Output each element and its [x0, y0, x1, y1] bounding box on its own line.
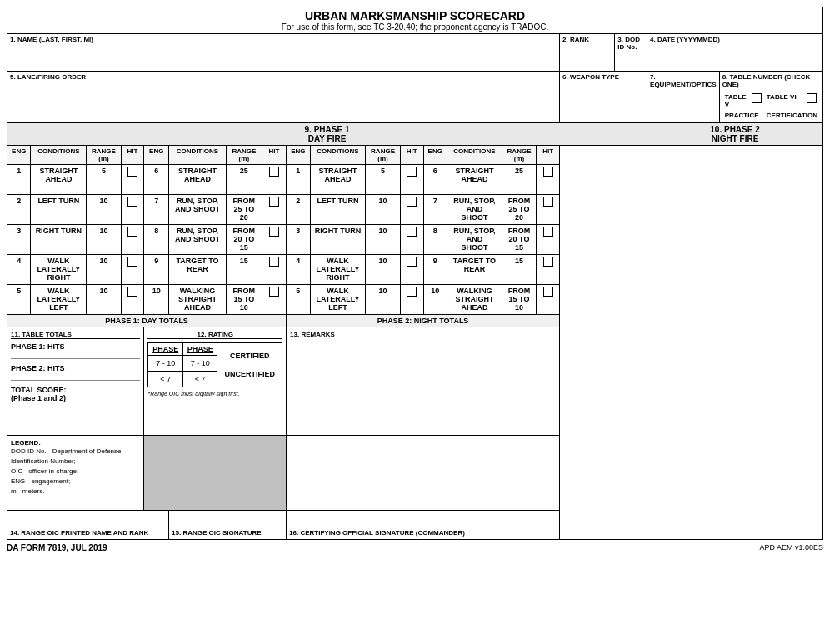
p1r-eng-4: 9: [144, 255, 169, 285]
p1r-range-header: RANGE(m): [226, 146, 262, 165]
rank-field: 2. RANK: [560, 34, 615, 72]
p2l-hit-checkbox-4[interactable]: [407, 257, 417, 267]
p2l-eng-5: 5: [287, 285, 310, 315]
phase1-header: 9. PHASE 1 DAY FIRE: [8, 123, 648, 146]
p2l-range-4: 10: [366, 255, 400, 285]
rating-range1: 7 - 10: [148, 356, 182, 372]
uncertified-label: UNCERTIFIED: [220, 370, 279, 378]
p2l-eng-2: 2: [287, 195, 310, 225]
p1r-hit-checkbox-5[interactable]: [269, 287, 279, 297]
p1l-hit-checkbox-4[interactable]: [128, 257, 138, 267]
p1r-hit-checkbox-3[interactable]: [269, 227, 279, 237]
name-field: 1. NAME (LAST, FIRST, MI): [8, 34, 560, 72]
p1l-hit-checkbox-1[interactable]: [128, 167, 138, 177]
p2r-cond-2: RUN, STOP, ANDSHOOT: [447, 195, 502, 225]
p2r-eng-4: 9: [423, 255, 447, 285]
p2l-range-5: 10: [366, 285, 400, 315]
form-footer: DA FORM 7819, JUL 2019 APD AEM v1.00ES: [7, 543, 823, 552]
rating-low1: < 7: [148, 372, 182, 387]
weapon-field: 6. WEAPON TYPE: [560, 72, 648, 123]
p2r-eng-1: 6: [423, 165, 447, 195]
p1r-cond-2: RUN, STOP,AND SHOOT: [169, 195, 227, 225]
p2r-hit-header: HIT: [537, 146, 560, 165]
p1l-eng-2: 2: [8, 195, 31, 225]
scorecard-table: URBAN MARKSMANSHIP SCORECARD For use of …: [7, 7, 823, 540]
p2r-hit-checkbox-1[interactable]: [543, 167, 553, 177]
rating-table: PHASE PHASE CERTIFIED UNCERTIFIED 7 - 10…: [148, 342, 282, 387]
phase1-totals: PHASE 1: DAY TOTALS: [8, 315, 287, 327]
p1l-cond-1: STRAIGHTAHEAD: [31, 165, 87, 195]
p2r-eng-5: 10: [423, 285, 447, 315]
p1l-hit-checkbox-2[interactable]: [128, 197, 138, 207]
p1r-eng-3: 8: [144, 225, 169, 255]
p2r-hit-checkbox-3[interactable]: [543, 227, 553, 237]
rating-section: 12. RATING PHASE PHASE CERTIFIED UNCERTI…: [144, 327, 287, 436]
p2r-hit-checkbox-4[interactable]: [543, 257, 553, 267]
p2l-cond-1: STRAIGHTAHEAD: [310, 165, 366, 195]
subtitle: For use of this form, see TC 3-20.40; th…: [10, 22, 820, 32]
p2r-cond-5: WALKINGSTRAIGHT AHEAD: [447, 285, 502, 315]
p1r-hit-checkbox-4[interactable]: [269, 257, 279, 267]
p2l-hit-checkbox-5[interactable]: [407, 287, 417, 297]
p2r-hit-checkbox-5[interactable]: [543, 287, 553, 297]
table-v-checkbox[interactable]: [752, 93, 762, 103]
equipment-field: 7. EQUIPMENT/OPTICS: [648, 72, 720, 123]
p2l-eng-3: 3: [287, 225, 310, 255]
p1l-cond-2: LEFT TURN: [31, 195, 87, 225]
p2r-range-1: 25: [502, 165, 536, 195]
p2r-cond-1: STRAIGHTAHEAD: [447, 165, 502, 195]
legend-section: LEGEND: DOD ID No. - Department of Defen…: [8, 436, 144, 511]
remarks-area: [287, 436, 560, 511]
p2r-range-4: 15: [502, 255, 536, 285]
p1r-eng-1: 6: [144, 165, 169, 195]
rating-certified-col: CERTIFIED UNCERTIFIED: [218, 343, 282, 387]
p2l-hit-1: [400, 165, 423, 195]
p1l-range-header: RANGE(m): [87, 146, 121, 165]
p2l-hit-checkbox-3[interactable]: [407, 227, 417, 237]
p1r-range-3: FROM20 TO 15: [226, 225, 262, 255]
p2r-hit-checkbox-2[interactable]: [543, 197, 553, 207]
p1r-range-2: FROM25 TO 20: [226, 195, 262, 225]
p2l-cond-header: CONDITIONS: [310, 146, 366, 165]
lane-field: 5. LANE/FIRING ORDER: [8, 72, 560, 123]
p1r-hit-5: [262, 285, 286, 315]
p2l-range-3: 10: [366, 225, 400, 255]
p1l-eng-5: 5: [8, 285, 31, 315]
table-vi-checkbox[interactable]: [807, 93, 817, 103]
p1l-range-4: 10: [87, 255, 121, 285]
p2l-hit-header: HIT: [400, 146, 423, 165]
phase2-totals: PHASE 2: NIGHT TOTALS: [287, 315, 560, 327]
p1r-hit-3: [262, 225, 286, 255]
range-oic-sig-field: 15. RANGE OIC SIGNATURE: [169, 511, 287, 540]
p2r-hit-3: [537, 225, 560, 255]
gray-area: [144, 436, 287, 511]
p1r-hit-4: [262, 255, 286, 285]
p2l-cond-4: WALKLATERALLY RIGHT: [310, 255, 366, 285]
p1r-eng-header: ENG: [144, 146, 169, 165]
p2l-cond-3: RIGHT TURN: [310, 225, 366, 255]
p2l-hit-checkbox-2[interactable]: [407, 197, 417, 207]
p2r-cond-header: CONDITIONS: [447, 146, 502, 165]
p1l-cond-5: WALKLATERALLY LEFT: [31, 285, 87, 315]
p1l-eng-4: 4: [8, 255, 31, 285]
p1r-cond-5: WALKINGSTRAIGHT AHEAD: [169, 285, 227, 315]
p1r-eng-5: 10: [144, 285, 169, 315]
p1r-range-4: 15: [226, 255, 262, 285]
p1l-hit-checkbox-3[interactable]: [128, 227, 138, 237]
p2l-eng-4: 4: [287, 255, 310, 285]
p2r-range-3: FROM20 TO 15: [502, 225, 536, 255]
main-title: URBAN MARKSMANSHIP SCORECARD: [10, 9, 820, 22]
p1l-hit-checkbox-5[interactable]: [128, 287, 138, 297]
p1r-range-5: FROM15 TO 10: [226, 285, 262, 315]
p1r-hit-checkbox-2[interactable]: [269, 197, 279, 207]
p2l-hit-checkbox-1[interactable]: [407, 167, 417, 177]
p1l-eng-3: 3: [8, 225, 31, 255]
table-v-vi: TABLE V TABLE VI PRACTICE CERTIFICATION: [722, 92, 820, 121]
rating-low2: < 7: [182, 372, 217, 387]
p1l-hit-4: [121, 255, 144, 285]
p1r-cond-4: TARGET TOREAR: [169, 255, 227, 285]
phase2-hits-label: PHASE 2: HITS: [11, 364, 140, 381]
p2l-hit-5: [400, 285, 423, 315]
p1r-hit-checkbox-1[interactable]: [269, 167, 279, 177]
p2r-hit-4: [537, 255, 560, 285]
